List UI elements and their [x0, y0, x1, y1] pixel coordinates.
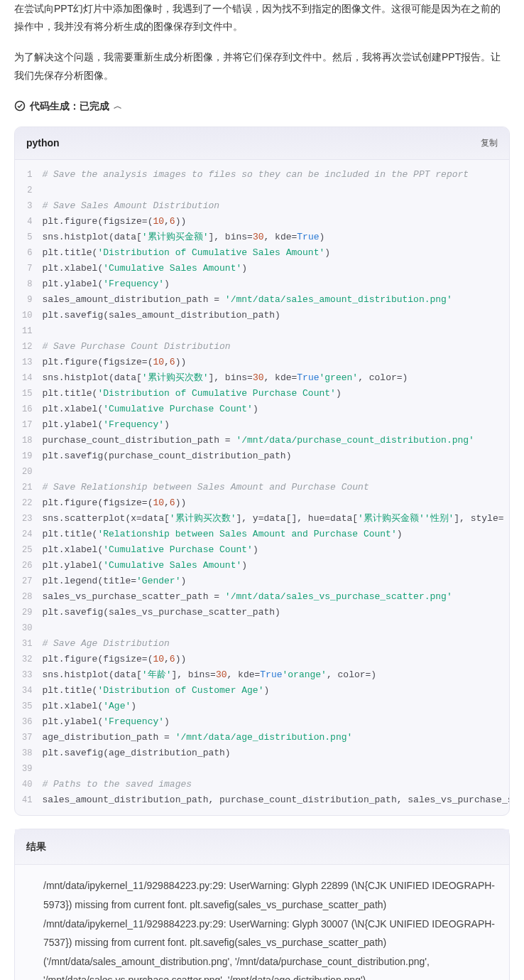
- line-gutter: 1234567891011121314151617181920212223242…: [15, 160, 42, 815]
- status-label: 代码生成：已完成: [30, 97, 109, 115]
- result-header: 结果: [15, 829, 509, 865]
- check-circle-icon: [14, 100, 26, 112]
- intro-paragraph-1: 在尝试向PPT幻灯片中添加图像时，我遇到了一个错误，因为找不到指定的图像文件。这…: [14, 0, 510, 36]
- copy-button[interactable]: 复制: [481, 137, 498, 149]
- code-header: python 复制: [15, 127, 509, 160]
- code-block: python 复制 123456789101112131415161718192…: [14, 126, 510, 816]
- chevron-up-icon: ︿: [114, 99, 122, 114]
- code-gen-status[interactable]: 代码生成：已完成 ︿: [14, 97, 510, 115]
- code-body: 1234567891011121314151617181920212223242…: [15, 160, 509, 815]
- result-block: 结果 /mnt/data/ipykernel_11/929884223.py:2…: [14, 829, 510, 980]
- code-lines[interactable]: # Save the analysis images to files so t…: [42, 160, 509, 815]
- code-language-label: python: [26, 134, 60, 152]
- result-body: /mnt/data/ipykernel_11/929884223.py:29: …: [15, 865, 509, 980]
- intro-paragraph-2: 为了解决这个问题，我需要重新生成分析图像，并将它们保存到文件中。然后，我将再次尝…: [14, 48, 510, 84]
